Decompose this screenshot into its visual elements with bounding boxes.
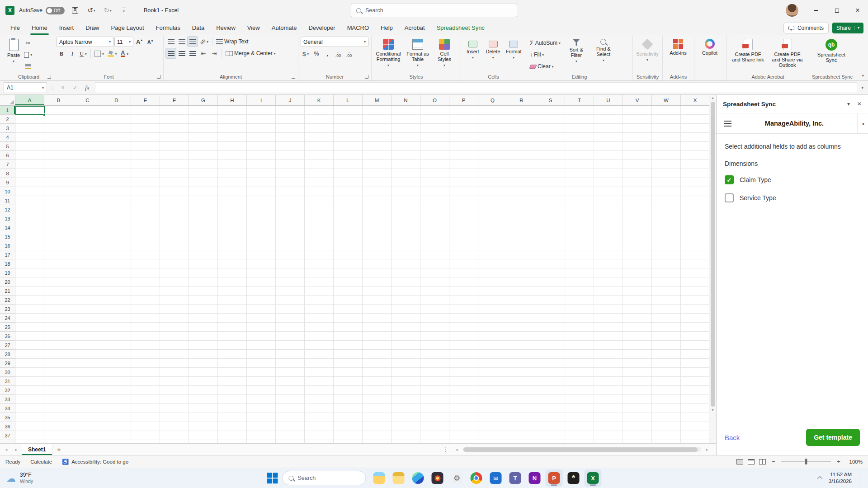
column-header-f[interactable]: F [160, 95, 189, 105]
column-header-a[interactable]: A [15, 95, 44, 105]
column-header-m[interactable]: M [363, 95, 392, 105]
file-explorer-taskbar-button[interactable] [371, 469, 388, 487]
insert-function-button[interactable]: fx [83, 83, 92, 92]
teams-taskbar-button[interactable]: T [507, 469, 524, 487]
italic-button[interactable]: I [67, 49, 77, 59]
create-pdf-share-link-button[interactable]: Create PDF and Share link [729, 37, 767, 73]
column-header-s[interactable]: S [536, 95, 565, 105]
tab-macro[interactable]: MACRO [341, 21, 375, 35]
cells-area[interactable] [15, 106, 709, 443]
settings-taskbar-button[interactable]: ⚙ [448, 469, 466, 487]
bold-button[interactable]: B [57, 49, 66, 59]
field-service-type[interactable]: Service Type [725, 193, 860, 202]
new-sheet-button[interactable]: + [53, 445, 64, 455]
conditional-formatting-button[interactable]: Conditional Formatting ▾ [374, 37, 403, 73]
page-layout-view-icon[interactable] [748, 459, 755, 465]
column-header-h[interactable]: H [218, 95, 247, 105]
row-header-27[interactable]: 27 [0, 341, 15, 350]
row-header-4[interactable]: 4 [0, 133, 15, 142]
tab-developer[interactable]: Developer [302, 21, 341, 35]
underline-button[interactable]: U▾ [78, 49, 88, 59]
row-header-6[interactable]: 6 [0, 151, 15, 160]
collapse-ribbon-icon[interactable]: ▴ [862, 73, 864, 77]
get-template-button[interactable]: Get template [806, 429, 860, 446]
mail-taskbar-button[interactable]: ✉ [487, 469, 505, 487]
increase-indent-button[interactable]: ⇥ [209, 48, 219, 58]
increase-decimal-button[interactable]: ←.00 [333, 49, 343, 59]
autosave-toggle[interactable]: AutoSave Off [19, 7, 65, 14]
autosum-button[interactable]: ΣAutoSum▾ [528, 38, 562, 48]
select-all-corner[interactable] [0, 95, 15, 106]
user-avatar[interactable] [786, 4, 798, 17]
cell-styles-button[interactable]: Cell Styles ▾ [433, 37, 456, 73]
borders-button[interactable]: ▾ [93, 49, 105, 59]
tab-insert[interactable]: Insert [53, 21, 80, 35]
tab-page-layout[interactable]: Page Layout [105, 21, 150, 35]
tab-acrobat[interactable]: Acrobat [399, 21, 431, 35]
row-header-30[interactable]: 30 [0, 368, 15, 377]
row-header-7[interactable]: 7 [0, 160, 15, 169]
excel-taskbar-button[interactable]: X [585, 469, 602, 487]
orientation-button[interactable]: ab▾ [198, 37, 210, 47]
next-sheet-icon[interactable]: ▸ [12, 447, 21, 452]
tab-spreadsheet-sync[interactable]: Spreadsheet Sync [431, 21, 491, 35]
format-cells-button[interactable]: Format ▾ [504, 37, 524, 73]
tab-automate[interactable]: Automate [266, 21, 303, 35]
column-header-g[interactable]: G [189, 95, 218, 105]
column-header-p[interactable]: P [449, 95, 478, 105]
column-header-t[interactable]: T [565, 95, 594, 105]
scroll-down-icon[interactable]: ▾ [712, 408, 713, 413]
checkbox-claim-type[interactable] [725, 175, 734, 184]
name-box-dropdown-icon[interactable]: ▾ [42, 86, 44, 90]
column-header-v[interactable]: V [623, 95, 652, 105]
minimize-button[interactable] [806, 0, 826, 21]
row-header-10[interactable]: 10 [0, 187, 15, 196]
merge-center-button[interactable]: Merge & Center▾ [224, 48, 277, 58]
scroll-up-icon[interactable]: ▴ [712, 96, 713, 100]
sort-filter-button[interactable]: Sort & Filter ▾ [563, 37, 590, 73]
row-header-16[interactable]: 16 [0, 241, 15, 250]
horizontal-scroll-thumb[interactable] [463, 447, 698, 452]
tab-file[interactable]: File [5, 21, 26, 35]
customize-quick-access-button[interactable]: ▾ [118, 5, 130, 16]
tab-data[interactable]: Data [186, 21, 210, 35]
undo-button[interactable]: ↺▾ [85, 5, 97, 16]
insert-cells-button[interactable]: Insert ▾ [463, 37, 482, 73]
tab-view[interactable]: View [241, 21, 266, 35]
tab-review[interactable]: Review [210, 21, 241, 35]
zoom-slider-thumb[interactable] [805, 459, 807, 465]
autosave-switch[interactable]: Off [46, 7, 65, 14]
format-as-table-button[interactable]: Format as Table ▾ [404, 37, 431, 73]
row-header-14[interactable]: 14 [0, 223, 15, 232]
row-header-22[interactable]: 22 [0, 296, 15, 305]
formula-input[interactable] [95, 82, 857, 93]
column-header-n[interactable]: N [392, 95, 420, 105]
cancel-entry-button[interactable]: × [58, 83, 67, 92]
zoom-slider[interactable] [781, 461, 831, 462]
row-header-3[interactable]: 3 [0, 124, 15, 133]
comments-button[interactable]: Comments [783, 23, 829, 33]
column-header-e[interactable]: E [131, 95, 160, 105]
column-header-l[interactable]: L [334, 95, 363, 105]
row-header-29[interactable]: 29 [0, 359, 15, 368]
row-header-15[interactable]: 15 [0, 232, 15, 241]
fill-button[interactable]: ↓Fill▾ [528, 50, 545, 60]
row-header-37[interactable]: 37 [0, 431, 15, 440]
font-size-select[interactable]: 11▾ [114, 37, 133, 47]
row-header-5[interactable]: 5 [0, 142, 15, 151]
alignment-dialog-launcher[interactable] [292, 75, 295, 79]
row-header-25[interactable]: 25 [0, 323, 15, 332]
row-header-32[interactable]: 32 [0, 386, 15, 395]
row-header-17[interactable]: 17 [0, 250, 15, 259]
row-header-34[interactable]: 34 [0, 404, 15, 413]
align-center-button[interactable] [177, 48, 187, 58]
row-header-24[interactable]: 24 [0, 314, 15, 323]
tab-home[interactable]: Home [26, 21, 53, 35]
copilot-button[interactable]: Copilot [697, 37, 723, 73]
percent-format-button[interactable]: % [311, 49, 321, 59]
show-desktop-button[interactable] [860, 472, 862, 484]
font-name-select[interactable]: Aptos Narrow▾ [57, 37, 113, 47]
accessibility-status[interactable]: ♿ Accessibility: Good to go [62, 459, 128, 465]
vertical-scroll-thumb[interactable] [711, 102, 715, 407]
row-header-36[interactable]: 36 [0, 422, 15, 431]
